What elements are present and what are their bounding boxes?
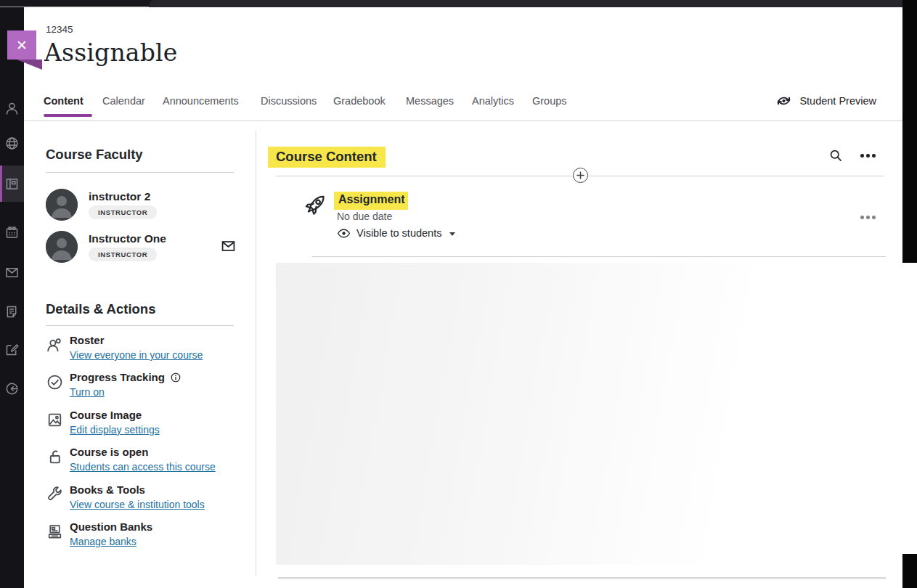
action-label: Course Image (70, 409, 142, 421)
tab-analytics[interactable]: Analytics (472, 95, 514, 107)
course-tools-link[interactable]: View course & institution tools (70, 499, 205, 510)
tab-messages[interactable]: Messages (406, 95, 454, 107)
message-member-icon[interactable] (221, 240, 235, 252)
tab-announcements[interactable]: Announcements (163, 95, 239, 107)
tab-groups[interactable]: Groups (532, 95, 567, 107)
messages-icon[interactable] (0, 263, 24, 282)
details-title: Details & Actions (46, 301, 155, 317)
course-content-title: Course Content (276, 149, 377, 165)
tab-gradebook[interactable]: Gradebook (333, 95, 386, 107)
visibility-dropdown[interactable]: Visible to students (337, 227, 455, 239)
avatar (46, 189, 78, 221)
active-tab-underline (44, 114, 92, 117)
assignment-options-icon[interactable] (860, 216, 876, 219)
faculty-rule (46, 172, 234, 173)
course-nav: Content Calendar Announcements Discussio… (24, 83, 902, 121)
blackboard-course-page: ✕ 12345 Assignable Content Calendar Anno… (0, 0, 917, 588)
student-preview-icon (775, 93, 793, 109)
assignment-rocket-icon (303, 192, 330, 219)
assignment-row-divider (312, 256, 886, 257)
action-progress-tracking: Progress Tracking Turn on (46, 371, 245, 400)
tab-content[interactable]: Content (44, 95, 83, 107)
eye-icon (337, 228, 351, 239)
student-preview-label: Student Preview (799, 95, 876, 107)
compose-icon[interactable] (0, 340, 24, 359)
role-badge: INSTRUCTOR (89, 205, 157, 219)
action-label: Progress Tracking (70, 371, 165, 383)
profile-icon[interactable] (0, 99, 24, 118)
action-books-tools: Books & Tools View course & institution … (46, 483, 245, 513)
manage-banks-link[interactable]: Manage banks (70, 536, 136, 547)
roster-icon (46, 336, 65, 355)
avatar (46, 231, 78, 263)
action-roster: Roster View everyone in your course (46, 334, 245, 363)
add-content-button[interactable] (573, 168, 588, 183)
assignment-due-date: No due date (337, 211, 392, 222)
browser-top-bar (0, 0, 917, 7)
browser-tab-strip (149, 0, 917, 7)
info-icon[interactable] (170, 372, 182, 383)
search-icon[interactable] (828, 148, 843, 163)
details-rule (46, 325, 234, 326)
chevron-down-icon (449, 232, 455, 236)
faculty-member-row[interactable]: instructor 2 INSTRUCTOR (46, 189, 234, 221)
course-title: Assignable (44, 38, 178, 67)
content-preview-blur (276, 263, 913, 565)
screen-edge-strip-top (902, 0, 917, 263)
action-label: Course is open (70, 446, 148, 458)
course-id: 12345 (46, 24, 73, 35)
edit-display-settings-link[interactable]: Edit display settings (70, 424, 160, 436)
close-course-button[interactable]: ✕ (7, 30, 36, 60)
member-name: Instructor One (89, 232, 166, 245)
courses-icon[interactable] (0, 174, 24, 193)
action-course-open: Course is open Students can access this … (46, 446, 245, 475)
lock-open-icon (46, 448, 65, 467)
assignment-title[interactable]: Assignment (338, 193, 405, 206)
calendar-icon[interactable] (0, 223, 24, 242)
close-icon: ✕ (16, 37, 28, 54)
action-question-banks: Question Banks Manage banks (46, 520, 245, 550)
tab-discussions[interactable]: Discussions (261, 95, 317, 107)
roster-link[interactable]: View everyone in your course (70, 349, 203, 361)
action-label: Roster (70, 334, 105, 346)
faculty-member-row[interactable]: Instructor One INSTRUCTOR (46, 231, 234, 263)
tab-calendar[interactable]: Calendar (102, 95, 145, 107)
action-label: Books & Tools (70, 483, 145, 496)
visibility-label: Visible to students (356, 227, 441, 239)
panel-divider (256, 131, 256, 576)
course-image-icon (46, 411, 65, 430)
app-sidebar (0, 7, 24, 588)
tools-icon (46, 486, 65, 505)
bottom-divider (278, 577, 886, 579)
action-course-image: Course Image Edit display settings (46, 409, 245, 438)
student-preview-button[interactable]: Student Preview (775, 93, 876, 109)
sign-out-icon[interactable] (0, 379, 24, 398)
role-badge: INSTRUCTOR (89, 248, 157, 261)
grades-icon[interactable] (0, 302, 24, 321)
progress-tracking-icon (46, 373, 65, 392)
member-name: instructor 2 (89, 190, 150, 203)
globe-icon[interactable] (0, 134, 24, 152)
action-label: Question Banks (70, 520, 152, 533)
content-options-icon[interactable] (860, 154, 876, 158)
screen-edge-strip-bottom (902, 554, 917, 588)
question-banks-icon (46, 523, 65, 542)
faculty-title: Course Faculty (46, 147, 143, 163)
student-access-link[interactable]: Students can access this course (70, 461, 216, 473)
turn-on-link[interactable]: Turn on (70, 386, 105, 398)
